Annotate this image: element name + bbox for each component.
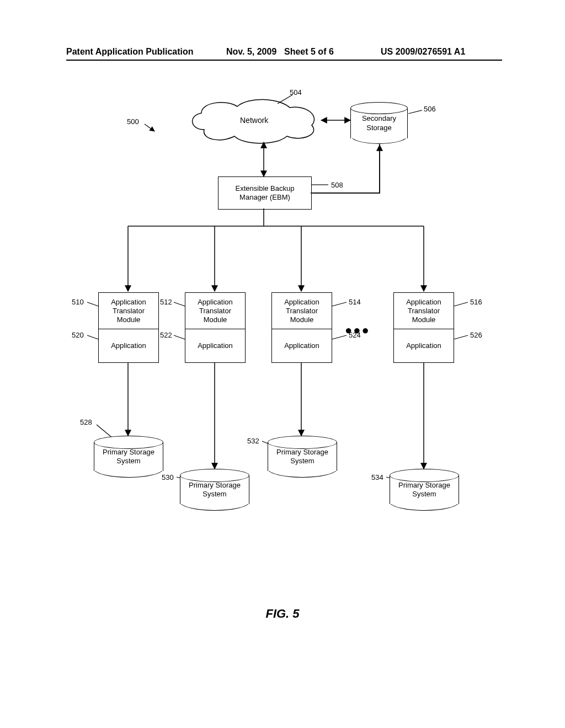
svg-line-12 [145, 124, 154, 131]
ref-514: 514 [349, 298, 361, 306]
ref-526: 526 [470, 331, 482, 339]
secondary-storage-top [350, 102, 408, 114]
svg-line-22 [332, 335, 347, 339]
svg-line-20 [87, 335, 98, 339]
ref-500: 500 [127, 117, 139, 126]
svg-line-17 [174, 302, 185, 306]
svg-line-16 [87, 302, 98, 306]
ref-532: 532 [247, 437, 259, 445]
ref-516: 516 [470, 298, 482, 306]
pss-2-top [180, 469, 249, 482]
svg-line-18 [332, 302, 347, 306]
ref-506: 506 [424, 105, 436, 113]
pss-4-top [390, 469, 459, 482]
ref-530: 530 [162, 473, 174, 481]
ref-524: 524 [349, 331, 361, 339]
ref-534: 534 [371, 473, 383, 481]
svg-line-23 [454, 335, 468, 339]
ref-522: 522 [160, 331, 172, 339]
svg-line-21 [174, 335, 185, 339]
svg-line-14 [408, 110, 422, 114]
ref-508: 508 [331, 181, 343, 189]
svg-line-19 [454, 302, 468, 306]
ref-510: 510 [72, 298, 84, 306]
ref-504: 504 [290, 88, 302, 97]
pss-1-top [94, 436, 163, 449]
pss-3-top [268, 436, 337, 449]
ref-512: 512 [160, 298, 172, 306]
ref-528: 528 [80, 418, 92, 426]
figure-label: FIG. 5 [0, 607, 565, 621]
ref-520: 520 [72, 331, 84, 339]
page: Patent Application Publication Nov. 5, 2… [0, 0, 565, 728]
